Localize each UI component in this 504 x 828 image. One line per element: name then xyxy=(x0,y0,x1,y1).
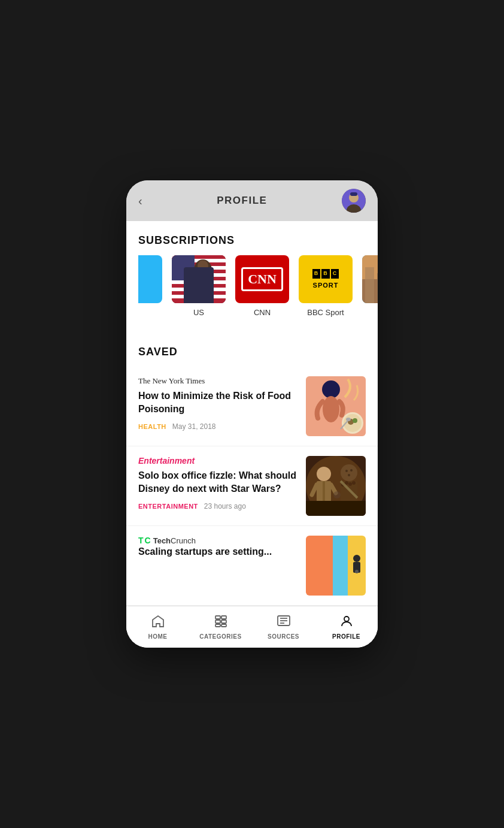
nav-sources-label: SOURCES xyxy=(268,633,299,640)
subscription-thumb-cnn: CNN xyxy=(235,255,289,303)
tc-thumb-blue xyxy=(333,536,348,596)
phone-frame: ‹ PROFILE SUBSCRIPTIONS xyxy=(126,180,378,648)
svg-point-58 xyxy=(350,469,353,472)
profile-icon xyxy=(339,614,354,631)
subscription-label-cnn: CNN xyxy=(254,308,271,317)
article-source-2: Entertainment xyxy=(138,456,297,466)
svg-point-67 xyxy=(333,491,341,498)
article-source-1: The New York Times xyxy=(138,376,297,386)
saved-section: SAVED The New York Times How to Minimize… xyxy=(126,328,378,606)
categories-icon xyxy=(214,614,228,631)
svg-point-42 xyxy=(323,396,339,422)
subscription-thumb-us xyxy=(172,255,226,303)
article-date-2: 23 hours ago xyxy=(204,502,246,510)
svg-rect-17 xyxy=(172,298,226,303)
nav-categories[interactable]: CATEGORIES xyxy=(189,606,252,648)
subscriptions-list[interactable]: US CNN CNN B B xyxy=(126,255,378,328)
svg-rect-76 xyxy=(221,624,226,627)
article-title-1: How to Minimize the Risk of Food Poisoni… xyxy=(138,389,297,416)
svg-rect-71 xyxy=(215,616,220,619)
svg-point-57 xyxy=(345,470,348,472)
tc-thumb-yellow xyxy=(348,536,366,596)
subscription-label-us: US xyxy=(193,308,204,317)
svg-point-20 xyxy=(198,260,208,272)
svg-marker-23 xyxy=(198,270,202,288)
svg-point-59 xyxy=(348,474,350,476)
tc-c-letter: C xyxy=(145,536,151,545)
svg-point-56 xyxy=(341,464,357,481)
article-tag-2: ENTERTAINMENT xyxy=(138,503,198,510)
svg-point-70 xyxy=(355,570,359,573)
sources-icon xyxy=(277,614,291,631)
home-icon xyxy=(151,614,165,631)
tc-logo: T C xyxy=(138,536,151,545)
tc-thumb-orange xyxy=(306,536,333,596)
nav-home[interactable]: HOME xyxy=(126,606,189,648)
article-card-3[interactable]: T C TechCrunch Scaling startups are sett… xyxy=(126,526,378,606)
article-thumb-3 xyxy=(306,536,366,596)
subscription-item-world[interactable]: World xyxy=(362,255,378,317)
article-text-1: The New York Times How to Minimize the R… xyxy=(138,376,297,431)
subscription-item-us[interactable]: US xyxy=(172,255,226,317)
svg-rect-21 xyxy=(198,270,208,288)
svg-point-68 xyxy=(353,555,360,562)
svg-rect-75 xyxy=(221,620,226,623)
avatar-image xyxy=(342,189,366,213)
article-thumb-2 xyxy=(306,456,366,516)
article-text-2: Entertainment Solo box office fizzle: Wh… xyxy=(138,456,297,510)
svg-marker-24 xyxy=(204,270,208,288)
article-title-2: Solo box office fizzle: What should Disn… xyxy=(138,469,297,496)
article-card-2[interactable]: Entertainment Solo box office fizzle: Wh… xyxy=(126,446,378,526)
tc-name-text: TechCrunch xyxy=(153,536,196,545)
svg-point-63 xyxy=(348,482,352,486)
world-thumb-image xyxy=(362,255,378,303)
subscriptions-title: SUBSCRIPTIONS xyxy=(126,221,378,255)
svg-rect-13 xyxy=(172,284,226,288)
svg-point-46 xyxy=(353,418,357,423)
subscription-label-bbc: BBC Sport xyxy=(307,308,344,317)
avatar[interactable] xyxy=(342,189,366,213)
svg-point-41 xyxy=(322,380,340,398)
subscription-item-bbc[interactable]: B B C SPORT BBC Sport xyxy=(299,255,353,317)
article-title-3: Scaling startups are setting... xyxy=(138,545,297,558)
svg-rect-73 xyxy=(215,624,220,627)
svg-rect-18 xyxy=(172,255,195,280)
svg-point-81 xyxy=(344,617,349,621)
partial-thumb xyxy=(138,255,162,303)
saved-title: SAVED xyxy=(126,333,378,367)
subscription-thumb-bbc: B B C SPORT xyxy=(299,255,353,303)
nav-profile-label: PROFILE xyxy=(332,633,360,640)
tc-thumb-image xyxy=(306,536,366,596)
partial-subscription-item[interactable] xyxy=(138,255,162,317)
back-button[interactable]: ‹ xyxy=(138,194,142,208)
article-tag-1: HEALTH xyxy=(138,423,166,430)
nav-categories-label: CATEGORIES xyxy=(199,633,241,640)
svg-rect-72 xyxy=(215,620,220,623)
svg-rect-38 xyxy=(362,255,378,303)
article-source-3: T C TechCrunch xyxy=(138,536,297,545)
article-thumb-1 xyxy=(306,376,366,436)
bottom-nav: HOME CATEGORIES xyxy=(126,606,378,648)
svg-point-51 xyxy=(317,467,331,481)
article-card-1[interactable]: The New York Times How to Minimize the R… xyxy=(126,367,378,446)
article-text-3: T C TechCrunch Scaling startups are sett… xyxy=(138,536,297,564)
subscription-thumb-world xyxy=(362,255,378,303)
article-meta-1: HEALTH May 31, 2018 xyxy=(138,422,297,431)
article-meta-2: ENTERTAINMENT 23 hours ago xyxy=(138,502,297,510)
bbc-logo-text: B B C SPORT xyxy=(312,269,339,289)
nav-profile[interactable]: PROFILE xyxy=(315,606,378,648)
cnn-logo-text: CNN xyxy=(241,267,283,291)
header: ‹ PROFILE xyxy=(126,180,378,221)
subscription-item-cnn[interactable]: CNN CNN xyxy=(235,255,289,317)
tc-t-letter: T xyxy=(138,536,144,545)
svg-rect-12 xyxy=(172,280,226,284)
svg-point-48 xyxy=(346,418,351,421)
svg-rect-3 xyxy=(350,192,357,196)
nav-sources[interactable]: SOURCES xyxy=(252,606,315,648)
svg-point-64 xyxy=(352,481,356,485)
screen: ‹ PROFILE SUBSCRIPTIONS xyxy=(126,180,378,648)
article-date-1: May 31, 2018 xyxy=(172,422,216,431)
svg-rect-15 xyxy=(172,291,226,295)
svg-rect-16 xyxy=(172,295,226,298)
nav-home-label: HOME xyxy=(148,633,168,640)
